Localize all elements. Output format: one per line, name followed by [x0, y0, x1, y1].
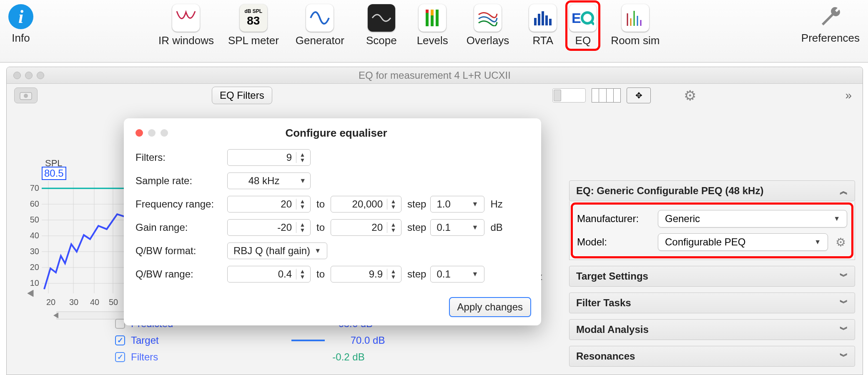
chart-svg: 70 60 50 40 30 20 10 2030 4050: [23, 172, 128, 331]
qbw-format-select[interactable]: RBJ Q (half gain) ▼: [227, 242, 327, 259]
freq-unit: Hz: [490, 198, 502, 210]
stepper-icon[interactable]: ▲▼: [387, 199, 397, 209]
svg-text:20: 20: [46, 298, 55, 307]
apply-changes-button[interactable]: Apply changes: [449, 297, 531, 317]
toolbar-rta[interactable]: RTA: [529, 4, 557, 47]
model-settings-gear-icon[interactable]: ⚙: [834, 235, 847, 249]
toolbar-scope[interactable]: Scope: [366, 4, 397, 47]
toolbar-scope-label: Scope: [366, 34, 397, 47]
panel-filter-tasks-header[interactable]: Filter Tasks ︾: [569, 292, 855, 313]
window-title: EQ for measurement 4 L+R UCXII: [7, 70, 863, 81]
rta-icon: [529, 4, 557, 32]
toolbar-ir-label: IR windows: [158, 34, 214, 47]
manufacturer-row: Manufacturer: Generic ▼: [577, 207, 847, 230]
legend-label-target: Target: [131, 335, 159, 346]
toolbar-spl-meter[interactable]: dB SPL 83 SPL meter: [228, 4, 279, 47]
legend-swatch-target: [291, 340, 325, 341]
gain-step-value: 0.1: [437, 222, 450, 233]
panel-modal-title: Modal Analysis: [576, 324, 649, 335]
qbw-step-select[interactable]: 0.1 ▼: [430, 266, 484, 282]
chevron-down-icon: ︾: [840, 324, 848, 335]
step-label: step: [407, 222, 426, 233]
toolbar-eq-label: EQ: [575, 34, 591, 47]
to-label: to: [316, 268, 325, 280]
model-select[interactable]: Configurable PEQ ▼: [658, 233, 828, 251]
toolbar-eq[interactable]: E EQ: [567, 2, 598, 49]
sample-rate-label: Sample rate:: [135, 175, 227, 187]
to-label: to: [316, 198, 325, 210]
toolbar-room-sim[interactable]: Room sim: [611, 4, 660, 47]
qbw-format-value: RBJ Q (half gain): [233, 245, 310, 257]
toolbar-overlays[interactable]: Overlays: [467, 4, 509, 47]
toolbar-info-label: Info: [12, 32, 30, 45]
toolbar-info[interactable]: i Info: [8, 4, 33, 45]
toolbar-levels[interactable]: Levels: [417, 4, 448, 47]
filters-value: 9: [286, 152, 292, 163]
svg-text:70: 70: [30, 183, 39, 192]
toolbar-ir-windows[interactable]: IR windows: [158, 4, 214, 47]
qbw-max-input[interactable]: 9.9 ▲▼: [331, 266, 401, 282]
gain-min-input[interactable]: -20 ▲▼: [227, 219, 311, 236]
step-label: step: [407, 198, 426, 210]
dialog-close-icon[interactable]: [135, 129, 143, 137]
freq-max-input[interactable]: 20,000 ▲▼: [331, 196, 401, 212]
expand-arrows-icon[interactable]: ✥: [627, 88, 651, 103]
filters-label: Filters:: [135, 152, 227, 163]
toolbar-overlays-label: Overlays: [467, 34, 509, 47]
panel-resonances-header[interactable]: Resonances ︾: [569, 346, 855, 367]
expand-right-icon[interactable]: »: [842, 89, 855, 102]
chevron-down-icon: ︾: [840, 298, 848, 309]
toolbar-room-label: Room sim: [611, 34, 660, 47]
toolbar-preferences[interactable]: Preferences: [801, 4, 860, 45]
chevron-down-icon: ︾: [840, 351, 848, 362]
legend-checkbox-filters[interactable]: ✓: [115, 352, 125, 362]
stepper-icon[interactable]: ▲▼: [296, 199, 306, 209]
legend-row-filters: ✓ Filters -0.2 dB: [115, 351, 385, 363]
dialog-title: Configure equaliser: [168, 127, 504, 140]
panel-filter-tasks-title: Filter Tasks: [576, 297, 631, 309]
layout-slider[interactable]: [552, 88, 586, 102]
chevron-down-icon: ▼: [299, 177, 306, 185]
eq-filters-button[interactable]: EQ Filters: [212, 87, 272, 104]
svg-text:E: E: [572, 10, 581, 26]
dialog-maximize-icon[interactable]: [161, 129, 168, 137]
settings-gear-icon[interactable]: ⚙: [683, 89, 697, 102]
manufacturer-select[interactable]: Generic ▼: [658, 210, 847, 228]
qbw-step-value: 0.1: [437, 268, 450, 280]
panel-eq-title: EQ: Generic Configurable PEQ (48 kHz): [576, 185, 763, 197]
legend-value-target: 70.0 dB: [351, 335, 385, 346]
freq-step-select[interactable]: 1.0 ▼: [430, 196, 484, 212]
toolbar-spl-label: SPL meter: [228, 34, 279, 47]
freq-min-input[interactable]: 20 ▲▼: [227, 196, 311, 212]
stepper-icon[interactable]: ▲▼: [296, 222, 306, 232]
sample-rate-select[interactable]: 48 kHz ▼: [227, 172, 311, 189]
model-label: Model:: [577, 236, 652, 248]
sample-rate-value: 48 kHz: [248, 175, 280, 187]
step-label: step: [407, 268, 426, 280]
panel-eq-header[interactable]: EQ: Generic Configurable PEQ (48 kHz) ︽: [569, 180, 855, 201]
layout-columns-icon[interactable]: [592, 88, 621, 102]
gain-step-select[interactable]: 0.1 ▼: [430, 219, 484, 236]
filters-input[interactable]: 9 ▲▼: [227, 149, 311, 166]
panel-modal-header[interactable]: Modal Analysis ︾: [569, 319, 855, 340]
legend-checkbox-target[interactable]: ✓: [115, 335, 125, 345]
model-row: Model: Configurable PEQ ▼ ⚙: [577, 230, 847, 254]
svg-text:20: 20: [30, 262, 39, 272]
toolbar-generator[interactable]: Generator: [296, 4, 344, 47]
ir-windows-icon: [172, 4, 200, 32]
main-toolbar: i Info IR windows dB SPL 83 SPL meter Ge…: [0, 0, 868, 62]
gain-max-input[interactable]: 20 ▲▼: [331, 219, 401, 236]
gain-unit: dB: [490, 222, 502, 233]
stepper-icon[interactable]: ▲▼: [296, 152, 306, 162]
stepper-icon[interactable]: ▲▼: [387, 222, 397, 232]
stepper-icon[interactable]: ▲▼: [296, 269, 306, 279]
dialog-minimize-icon[interactable]: [148, 129, 156, 137]
levels-icon: [419, 4, 446, 32]
panel-target-header[interactable]: Target Settings ︾: [569, 266, 855, 287]
camera-icon[interactable]: [14, 88, 38, 103]
chevron-down-icon: ▼: [314, 247, 321, 255]
svg-rect-1: [426, 10, 429, 13]
qbw-min-input[interactable]: 0.4 ▲▼: [227, 266, 311, 282]
stepper-icon[interactable]: ▲▼: [387, 269, 397, 279]
gain-min-value: -20: [277, 222, 292, 233]
